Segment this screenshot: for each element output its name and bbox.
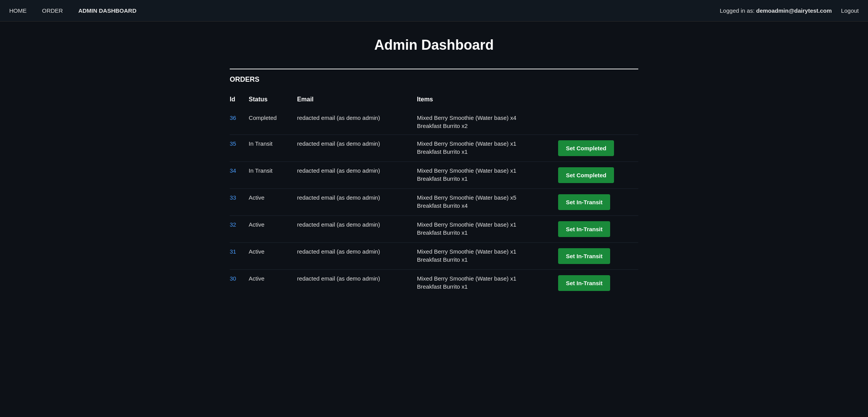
- table-row: 34In Transitredacted email (as demo admi…: [230, 162, 638, 189]
- order-action: Set Completed: [553, 162, 638, 189]
- col-header-items: Items: [412, 93, 554, 109]
- order-email: redacted email (as demo admin): [293, 270, 412, 297]
- order-action: Set In-Transit: [553, 243, 638, 270]
- col-header-email: Email: [293, 93, 412, 109]
- order-item: Mixed Berry Smoothie (Water base) x4: [417, 114, 549, 121]
- order-item: Breakfast Burrito x1: [417, 283, 549, 290]
- order-item: Breakfast Burrito x1: [417, 256, 549, 263]
- order-items: Mixed Berry Smoothie (Water base) x1Brea…: [412, 162, 554, 189]
- order-status: Active: [244, 243, 293, 270]
- order-id-link[interactable]: 31: [230, 248, 236, 255]
- set-in-transit-button[interactable]: Set In-Transit: [558, 194, 610, 210]
- order-action: Set In-Transit: [553, 216, 638, 243]
- table-row: 32Activeredacted email (as demo admin)Mi…: [230, 216, 638, 243]
- order-email: redacted email (as demo admin): [293, 216, 412, 243]
- order-action: Set Completed: [553, 135, 638, 162]
- orders-section-title: ORDERS: [230, 76, 638, 84]
- order-items: Mixed Berry Smoothie (Water base) x4Brea…: [412, 109, 554, 135]
- table-row: 33Activeredacted email (as demo admin)Mi…: [230, 189, 638, 216]
- order-item: Mixed Berry Smoothie (Water base) x1: [417, 167, 549, 174]
- order-id-link[interactable]: 30: [230, 275, 236, 282]
- order-item: Breakfast Burrito x1: [417, 229, 549, 236]
- logged-in-text: Logged in as: demoadmin@dairytest.com: [720, 7, 832, 14]
- order-status: In Transit: [244, 135, 293, 162]
- order-items: Mixed Berry Smoothie (Water base) x1Brea…: [412, 135, 554, 162]
- order-item: Mixed Berry Smoothie (Water base) x5: [417, 194, 549, 201]
- order-id-link[interactable]: 33: [230, 194, 236, 201]
- set-in-transit-button[interactable]: Set In-Transit: [558, 248, 610, 264]
- order-email: redacted email (as demo admin): [293, 109, 412, 135]
- set-in-transit-button[interactable]: Set In-Transit: [558, 275, 610, 291]
- set-completed-button[interactable]: Set Completed: [558, 140, 614, 156]
- nav-link-admin-dashboard[interactable]: ADMIN DASHBOARD: [78, 7, 136, 14]
- order-items: Mixed Berry Smoothie (Water base) x5Brea…: [412, 189, 554, 216]
- order-action: Set In-Transit: [553, 189, 638, 216]
- order-item: Mixed Berry Smoothie (Water base) x1: [417, 140, 549, 147]
- set-completed-button[interactable]: Set Completed: [558, 167, 614, 183]
- order-item: Breakfast Burrito x2: [417, 123, 549, 129]
- order-email: redacted email (as demo admin): [293, 162, 412, 189]
- order-id-link[interactable]: 32: [230, 221, 236, 228]
- order-id-link[interactable]: 35: [230, 140, 236, 147]
- order-item: Mixed Berry Smoothie (Water base) x1: [417, 248, 549, 255]
- nav-right: Logged in as: demoadmin@dairytest.com Lo…: [720, 7, 859, 14]
- order-items: Mixed Berry Smoothie (Water base) x1Brea…: [412, 270, 554, 297]
- table-row: 35In Transitredacted email (as demo admi…: [230, 135, 638, 162]
- nav-links: HOMEORDERADMIN DASHBOARD: [9, 7, 720, 14]
- order-status: In Transit: [244, 162, 293, 189]
- order-id-link[interactable]: 36: [230, 114, 236, 121]
- order-item: Breakfast Burrito x4: [417, 202, 549, 209]
- order-email: redacted email (as demo admin): [293, 135, 412, 162]
- col-header-id: Id: [230, 93, 244, 109]
- set-in-transit-button[interactable]: Set In-Transit: [558, 221, 610, 237]
- orders-table: Id Status Email Items 36Completedredacte…: [230, 93, 638, 296]
- order-email: redacted email (as demo admin): [293, 243, 412, 270]
- main-content: Admin Dashboard ORDERS Id Status Email I…: [222, 22, 646, 312]
- order-status: Completed: [244, 109, 293, 135]
- order-status: Active: [244, 270, 293, 297]
- order-action: [553, 109, 638, 135]
- col-header-status: Status: [244, 93, 293, 109]
- order-item: Breakfast Burrito x1: [417, 175, 549, 182]
- order-action: Set In-Transit: [553, 270, 638, 297]
- order-item: Breakfast Burrito x1: [417, 148, 549, 155]
- order-id-link[interactable]: 34: [230, 167, 236, 174]
- orders-section: ORDERS Id Status Email Items 36Completed…: [230, 69, 638, 296]
- order-status: Active: [244, 216, 293, 243]
- page-title: Admin Dashboard: [230, 37, 638, 53]
- order-email: redacted email (as demo admin): [293, 189, 412, 216]
- order-items: Mixed Berry Smoothie (Water base) x1Brea…: [412, 243, 554, 270]
- order-item: Mixed Berry Smoothie (Water base) x1: [417, 221, 549, 228]
- order-item: Mixed Berry Smoothie (Water base) x1: [417, 275, 549, 282]
- logged-in-label: Logged in as:: [720, 7, 756, 14]
- table-row: 31Activeredacted email (as demo admin)Mi…: [230, 243, 638, 270]
- nav-link-order[interactable]: ORDER: [42, 7, 63, 14]
- col-header-action: [553, 93, 638, 109]
- order-status: Active: [244, 189, 293, 216]
- logout-link[interactable]: Logout: [841, 7, 859, 14]
- navigation: HOMEORDERADMIN DASHBOARD Logged in as: d…: [0, 0, 868, 22]
- table-row: 36Completedredacted email (as demo admin…: [230, 109, 638, 135]
- table-row: 30Activeredacted email (as demo admin)Mi…: [230, 270, 638, 297]
- logged-in-email: demoadmin@dairytest.com: [756, 7, 832, 14]
- nav-link-home[interactable]: HOME: [9, 7, 27, 14]
- order-items: Mixed Berry Smoothie (Water base) x1Brea…: [412, 216, 554, 243]
